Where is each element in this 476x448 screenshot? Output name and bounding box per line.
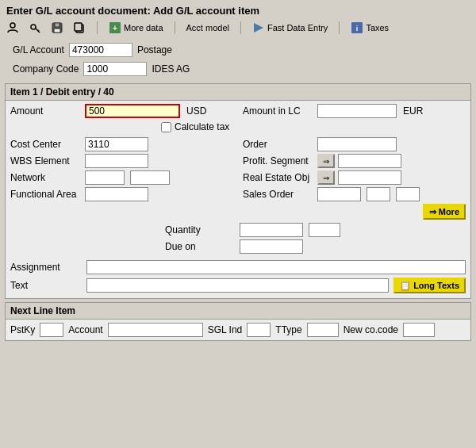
assignment-row: Assignment [10, 258, 466, 276]
real-estate-input[interactable] [338, 170, 401, 185]
due-on-row: Due on [10, 239, 466, 254]
ttype-label: TType [275, 324, 301, 335]
order-label: Order [243, 139, 314, 150]
sgl-ind-label: SGL Ind [208, 324, 243, 335]
functional-area-label: Functional Area [10, 189, 82, 200]
copy-icon[interactable] [73, 21, 86, 34]
more-label: More [439, 207, 459, 216]
profit-segment-input[interactable] [338, 154, 401, 168]
cost-center-input[interactable] [85, 137, 148, 151]
svg-marker-9 [254, 23, 263, 33]
next-line-title: Next Line Item [10, 305, 75, 316]
profit-segment-label: Profit. Segment [243, 155, 314, 167]
fast-data-entry-label: Fast Data Entry [267, 23, 328, 33]
gl-account-input[interactable] [69, 43, 132, 57]
quantity-input1[interactable] [240, 223, 303, 237]
long-texts-label: Long Texts [413, 281, 459, 290]
new-cocode-input[interactable] [403, 323, 435, 337]
svg-point-1 [31, 25, 36, 29]
wbs-label: WBS Element [10, 155, 82, 167]
more-data-button[interactable]: + More data [109, 21, 163, 34]
amount-lc-input[interactable] [317, 104, 397, 118]
item-section-header: Item 1 / Debit entry / 40 [6, 84, 470, 101]
wbs-input[interactable] [85, 154, 148, 168]
company-code-row: Company Code IDES AG [6, 59, 470, 78]
next-line-header: Next Line Item [6, 303, 470, 320]
company-code-description: IDES AG [152, 63, 190, 75]
toolbar-separator-2 [175, 21, 175, 34]
quantity-label: Quantity [165, 224, 236, 235]
pstky-input[interactable] [40, 323, 63, 337]
gl-account-row: G/L Account Postage [6, 40, 470, 59]
sales-order-input3[interactable] [396, 187, 420, 201]
quantity-row: Quantity [10, 223, 466, 237]
amount-label: Amount [10, 105, 82, 117]
sgl-ind-input[interactable] [247, 323, 271, 337]
company-code-input[interactable] [83, 62, 147, 76]
functional-area-input[interactable] [85, 187, 148, 201]
next-line-row: PstKy Account SGL Ind TType New co.code [10, 323, 466, 337]
taxes-button[interactable]: i Taxes [351, 21, 389, 34]
pstky-label: PstKy [10, 324, 35, 335]
network-row: Network Real Estate Obj ⇒ [10, 170, 466, 185]
new-cocode-label: New co.code [344, 324, 398, 335]
network-label: Network [10, 172, 82, 183]
sales-order-input1[interactable] [317, 187, 361, 201]
amount-input[interactable] [85, 104, 180, 118]
more-data-label: More data [124, 23, 163, 33]
due-on-input[interactable] [240, 239, 303, 254]
sales-order-input2[interactable] [367, 187, 390, 201]
text-input[interactable] [86, 278, 389, 293]
acct-model-label: Acct model [186, 23, 229, 33]
next-line-content: PstKy Account SGL Ind TType New co.code [6, 320, 470, 340]
network-input2[interactable] [130, 170, 170, 185]
real-estate-arrow-button[interactable]: ⇒ [317, 170, 335, 185]
item-section-content: Amount USD Amount in LC EUR Calculate ta… [6, 101, 470, 298]
more-button-row: ⇒ More [10, 204, 466, 220]
top-fields: G/L Account Postage Company Code IDES AG [0, 37, 476, 80]
assignment-label: Assignment [10, 262, 82, 273]
due-on-label: Due on [165, 241, 236, 252]
long-texts-icon: 📋 [400, 281, 411, 291]
account-label: Account [68, 324, 102, 335]
acct-model-button[interactable]: Acct model [186, 23, 229, 33]
text-label: Text [10, 280, 82, 291]
cost-center-row: Cost Center Order [10, 137, 466, 151]
network-input1[interactable] [85, 170, 125, 185]
account-input[interactable] [108, 323, 203, 337]
long-texts-button[interactable]: 📋 Long Texts [393, 278, 466, 293]
taxes-label: Taxes [366, 23, 389, 33]
wbs-row: WBS Element Profit. Segment ⇒ [10, 154, 466, 168]
toolbar: + More data Acct model Fast Data Entry i… [0, 20, 476, 37]
amount-lc-currency: EUR [403, 105, 423, 117]
fast-data-entry-button[interactable]: Fast Data Entry [252, 21, 328, 34]
calculate-tax-label: Calculate tax [175, 121, 229, 132]
amount-currency: USD [186, 105, 206, 117]
sales-order-label: Sales Order [243, 189, 314, 200]
key-icon[interactable] [29, 21, 41, 34]
svg-point-0 [10, 23, 15, 28]
more-button[interactable]: ⇒ More [423, 204, 466, 220]
title-bar: Enter G/L account document: Add G/L acco… [0, 0, 476, 20]
user-icon[interactable] [6, 21, 19, 34]
toolbar-separator-3 [240, 21, 241, 34]
svg-text:+: + [113, 24, 117, 33]
toolbar-separator-1 [97, 21, 98, 34]
ttype-input[interactable] [307, 323, 339, 337]
svg-rect-4 [54, 29, 60, 33]
order-input[interactable] [317, 137, 397, 151]
item-section-title: Item 1 / Debit entry / 40 [10, 86, 114, 98]
next-line-section: Next Line Item PstKy Account SGL Ind TTy… [5, 302, 471, 341]
assignment-input[interactable] [86, 260, 466, 274]
svg-rect-3 [55, 23, 60, 27]
amount-lc-label: Amount in LC [243, 105, 314, 117]
quantity-input2[interactable] [309, 223, 340, 237]
svg-text:i: i [356, 25, 359, 33]
amount-row: Amount USD Amount in LC EUR [10, 104, 466, 118]
save-icon[interactable] [51, 21, 63, 34]
functional-area-row: Functional Area Sales Order [10, 187, 466, 201]
profit-segment-arrow-button[interactable]: ⇒ [317, 154, 335, 168]
gl-account-description: Postage [137, 44, 172, 56]
item-section: Item 1 / Debit entry / 40 Amount USD Amo… [5, 83, 471, 299]
calculate-tax-checkbox[interactable] [161, 122, 171, 132]
